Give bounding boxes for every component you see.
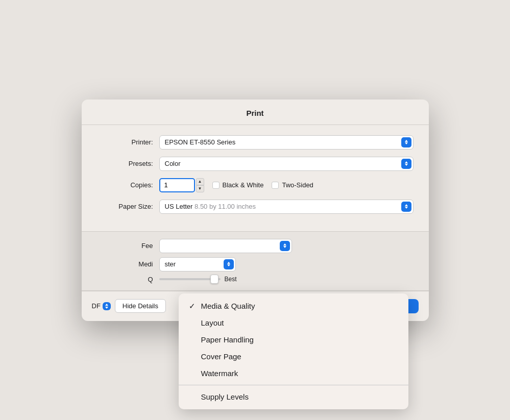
printer-label: Printer: bbox=[97, 138, 153, 146]
paper-size-value: US Letter bbox=[165, 203, 193, 210]
dropdown-item-label: Layout bbox=[201, 318, 224, 327]
copies-row: Copies: 1 ▲ ▼ Black & White Two-Sided bbox=[97, 178, 414, 192]
dropdown-item-layout[interactable]: Layout bbox=[179, 314, 408, 331]
dropdown-item-supply-levels[interactable]: Supply Levels bbox=[179, 388, 408, 405]
media-select-wrap: ster bbox=[159, 257, 236, 271]
dropdown-item-label: Paper Handling bbox=[201, 335, 254, 344]
dropdown-item-label: Cover Page bbox=[201, 352, 241, 361]
copies-decrement-button[interactable]: ▼ bbox=[196, 185, 204, 192]
copies-stepper: ▲ ▼ bbox=[196, 178, 204, 192]
black-white-checkbox-item[interactable]: Black & White bbox=[212, 181, 264, 189]
paper-size-select-container: US Letter 8.50 by 11.00 inches bbox=[159, 200, 414, 214]
presets-select-container: Color bbox=[159, 157, 414, 171]
dropdown-divider bbox=[179, 385, 408, 385]
copies-input-wrap: 1 ▲ ▼ bbox=[159, 178, 204, 192]
two-sided-label: Two-Sided bbox=[282, 181, 313, 189]
section-dropdown-trigger[interactable] bbox=[159, 239, 292, 253]
black-white-checkbox[interactable] bbox=[212, 182, 220, 189]
print-dialog: Print Printer: EPSON ET-8550 Series Pres… bbox=[82, 100, 429, 321]
pdf-dropdown-button[interactable] bbox=[103, 302, 111, 310]
paper-size-label: Paper Size: bbox=[97, 203, 153, 210]
black-white-label: Black & White bbox=[223, 181, 264, 189]
section-panel: Fee Medi ster bbox=[82, 231, 429, 291]
printer-select[interactable]: EPSON ET-8550 Series bbox=[159, 135, 414, 150]
copies-increment-button[interactable]: ▲ bbox=[196, 178, 204, 185]
printer-select-container: EPSON ET-8550 Series bbox=[159, 135, 414, 150]
fee-label: Fee bbox=[97, 242, 153, 250]
dropdown-item-label: Supply Levels bbox=[201, 392, 249, 401]
copies-input[interactable]: 1 bbox=[159, 178, 195, 192]
printer-row: Printer: EPSON ET-8550 Series bbox=[97, 135, 414, 150]
media-select[interactable]: ster bbox=[159, 257, 236, 271]
paper-size-row: Paper Size: US Letter 8.50 by 11.00 inch… bbox=[97, 200, 414, 214]
pdf-arrow-icon bbox=[105, 304, 108, 309]
footer-left: DF Hide Details bbox=[92, 299, 166, 313]
dropdown-item-watermark[interactable]: Watermark bbox=[179, 365, 408, 382]
dialog-title: Print bbox=[82, 100, 429, 125]
dropdown-item-paper-handling[interactable]: Paper Handling bbox=[179, 331, 408, 348]
paper-size-select[interactable]: US Letter 8.50 by 11.00 inches bbox=[159, 200, 414, 214]
pdf-section: DF bbox=[92, 302, 111, 310]
quality-controls: Best bbox=[159, 276, 237, 283]
presets-select[interactable]: Color bbox=[159, 157, 414, 171]
section-select-wrap bbox=[159, 239, 292, 253]
quality-best-label: Best bbox=[225, 276, 237, 283]
section-selector-row: Fee bbox=[97, 239, 414, 253]
media-value: ster bbox=[165, 260, 176, 268]
media-label: Medi bbox=[97, 260, 153, 268]
copies-options: Black & White Two-Sided bbox=[212, 181, 313, 189]
arrow-up-icon bbox=[105, 304, 108, 306]
quality-label: Q bbox=[97, 276, 153, 283]
section-dropdown-menu: Media & Quality Layout Paper Handling Co… bbox=[179, 293, 408, 409]
dropdown-item-label: Media & Quality bbox=[201, 302, 255, 310]
copies-label: Copies: bbox=[97, 181, 153, 189]
presets-row: Presets: Color bbox=[97, 157, 414, 171]
paper-size-sub: 8.50 by 11.00 inches bbox=[195, 203, 256, 210]
dropdown-item-cover-page[interactable]: Cover Page bbox=[179, 348, 408, 365]
quality-slider-thumb[interactable] bbox=[210, 275, 218, 284]
media-row: Medi ster bbox=[97, 257, 414, 271]
dropdown-item-media-quality[interactable]: Media & Quality bbox=[179, 298, 408, 314]
quality-slider-track bbox=[159, 278, 221, 280]
two-sided-checkbox[interactable] bbox=[272, 182, 279, 189]
two-sided-checkbox-item[interactable]: Two-Sided bbox=[272, 181, 313, 189]
dropdown-item-label: Watermark bbox=[201, 369, 238, 378]
quality-row: Q Best bbox=[97, 276, 414, 283]
pdf-label: DF bbox=[92, 302, 101, 310]
presets-label: Presets: bbox=[97, 160, 153, 167]
hide-details-button[interactable]: Hide Details bbox=[115, 299, 166, 313]
arrow-down-icon bbox=[105, 307, 108, 309]
